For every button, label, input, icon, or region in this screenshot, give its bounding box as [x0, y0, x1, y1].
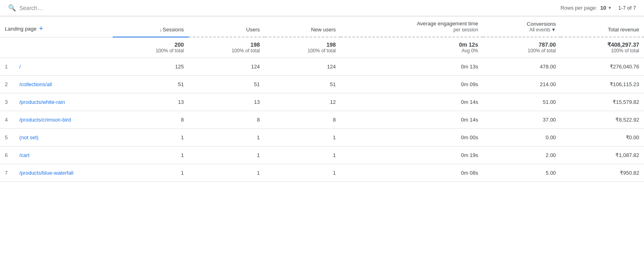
conversions-dropdown-icon[interactable]: ▼	[551, 27, 556, 33]
row-number: 4	[5, 117, 11, 123]
cell-new-users: 12	[265, 93, 341, 111]
avg-engagement-sublabel: per session	[454, 27, 478, 33]
cell-conversions: 37.00	[483, 111, 561, 129]
cell-users: 13	[189, 93, 265, 111]
cell-total-revenue: ₹0.00	[561, 129, 644, 147]
search-input[interactable]: Search…	[19, 5, 43, 11]
cell-landing: 7/products/blue-waterfall	[0, 164, 113, 182]
cell-new-users: 1	[265, 164, 341, 182]
cell-avg-engagement: 0m 13s	[341, 58, 483, 76]
cell-users: 1	[189, 164, 265, 182]
summary-conversions: 787.00 100% of total	[483, 37, 561, 58]
cell-new-users: 8	[265, 111, 341, 129]
rows-per-page-select[interactable]: 10 ▼	[601, 5, 612, 11]
table-row: 3/products/white-rain1313120m 14s51.00₹1…	[0, 93, 644, 111]
col-header-avg-engagement[interactable]: Average engagement time per session	[341, 17, 483, 37]
col-header-total-revenue[interactable]: Total revenue	[561, 17, 644, 37]
rows-per-page-value: 10	[601, 5, 606, 11]
cell-avg-engagement: 0m 08s	[341, 164, 483, 182]
table-row: 1/1251241240m 13s478.00₹276,040.76	[0, 58, 644, 76]
add-column-button[interactable]: +	[39, 25, 43, 33]
cell-avg-engagement: 0m 19s	[341, 147, 483, 164]
cell-total-revenue: ₹106,115.23	[561, 76, 644, 93]
cell-total-revenue: ₹950.82	[561, 164, 644, 182]
cell-sessions: 1	[113, 164, 189, 182]
cell-avg-engagement: 0m 09s	[341, 76, 483, 93]
summary-avg-engagement: 0m 12s Avg 0%	[341, 37, 483, 58]
cell-users: 1	[189, 147, 265, 164]
landing-link[interactable]: /	[19, 64, 21, 70]
landing-link[interactable]: /products/blue-waterfall	[19, 170, 73, 176]
cell-sessions: 51	[113, 76, 189, 93]
landing-link[interactable]: /collections/all	[19, 81, 52, 87]
cell-total-revenue: ₹8,522.92	[561, 111, 644, 129]
summary-total-revenue: ₹408,297.37 100% of total	[561, 37, 644, 58]
table-body: 1/1251241240m 13s478.00₹276,040.762/coll…	[0, 58, 644, 182]
landing-link[interactable]: /products/white-rain	[19, 99, 65, 105]
page-info: 1-7 of 7	[618, 5, 636, 11]
pagination-area: Rows per page: 10 ▼ 1-7 of 7	[560, 5, 636, 11]
table-header-row: Landing page + ↓Sessions Users New users…	[0, 17, 644, 37]
table-row: 2/collections/all5151510m 09s214.00₹106,…	[0, 76, 644, 93]
summary-sessions: 200 100% of total	[113, 37, 189, 58]
cell-total-revenue: ₹1,087.82	[561, 147, 644, 164]
cell-sessions: 13	[113, 93, 189, 111]
cell-users: 8	[189, 111, 265, 129]
col-header-landing-page: Landing page +	[0, 17, 113, 37]
cell-users: 1	[189, 129, 265, 147]
cell-avg-engagement: 0m 14s	[341, 93, 483, 111]
data-table: Landing page + ↓Sessions Users New users…	[0, 16, 644, 182]
summary-landing	[0, 37, 113, 58]
table-row: 5(not set)1110m 00s0.00₹0.00	[0, 129, 644, 147]
col-header-users[interactable]: Users	[189, 17, 265, 37]
cell-avg-engagement: 0m 14s	[341, 111, 483, 129]
cell-landing: 4/products/crimson-bird	[0, 111, 113, 129]
search-icon: 🔍	[8, 4, 16, 12]
dropdown-arrow-icon: ▼	[608, 6, 612, 10]
rows-per-page-label: Rows per page:	[560, 5, 597, 11]
row-number: 7	[5, 170, 11, 176]
toolbar: 🔍 Search… Rows per page: 10 ▼ 1-7 of 7	[0, 0, 644, 16]
cell-sessions: 125	[113, 58, 189, 76]
cell-landing: 5(not set)	[0, 129, 113, 147]
cell-new-users: 51	[265, 76, 341, 93]
col-header-conversions[interactable]: Conversions All events ▼	[483, 17, 561, 37]
col-header-sessions[interactable]: ↓Sessions	[113, 17, 189, 37]
cell-new-users: 1	[265, 129, 341, 147]
cell-landing: 2/collections/all	[0, 76, 113, 93]
col-landing-label: Landing page	[5, 26, 37, 32]
sort-arrow-icon: ↓	[160, 27, 162, 32]
cell-users: 124	[189, 58, 265, 76]
cell-landing: 1/	[0, 58, 113, 76]
summary-new-users: 198 100% of total	[265, 37, 341, 58]
row-number: 6	[5, 152, 11, 158]
cell-sessions: 1	[113, 129, 189, 147]
cell-conversions: 214.00	[483, 76, 561, 93]
cell-total-revenue: ₹276,040.76	[561, 58, 644, 76]
cell-conversions: 478.00	[483, 58, 561, 76]
landing-link[interactable]: /cart	[19, 152, 29, 158]
cell-conversions: 2.00	[483, 147, 561, 164]
cell-conversions: 51.00	[483, 93, 561, 111]
row-number: 1	[5, 64, 11, 70]
cell-conversions: 0.00	[483, 129, 561, 147]
cell-conversions: 5.00	[483, 164, 561, 182]
cell-new-users: 1	[265, 147, 341, 164]
col-header-new-users[interactable]: New users	[265, 17, 341, 37]
cell-landing: 6/cart	[0, 147, 113, 164]
cell-users: 51	[189, 76, 265, 93]
cell-new-users: 124	[265, 58, 341, 76]
landing-link[interactable]: /products/crimson-bird	[19, 117, 71, 123]
summary-row: 200 100% of total 198 100% of total 198 …	[0, 37, 644, 58]
table-row: 6/cart1110m 19s2.00₹1,087.82	[0, 147, 644, 164]
cell-sessions: 8	[113, 111, 189, 129]
table-row: 7/products/blue-waterfall1110m 08s5.00₹9…	[0, 164, 644, 182]
row-number: 5	[5, 134, 11, 140]
row-number: 2	[5, 81, 11, 87]
landing-link[interactable]: (not set)	[19, 134, 39, 140]
cell-total-revenue: ₹15,579.82	[561, 93, 644, 111]
cell-sessions: 1	[113, 147, 189, 164]
all-events-label: All events	[529, 27, 550, 33]
row-number: 3	[5, 99, 11, 105]
cell-landing: 3/products/white-rain	[0, 93, 113, 111]
